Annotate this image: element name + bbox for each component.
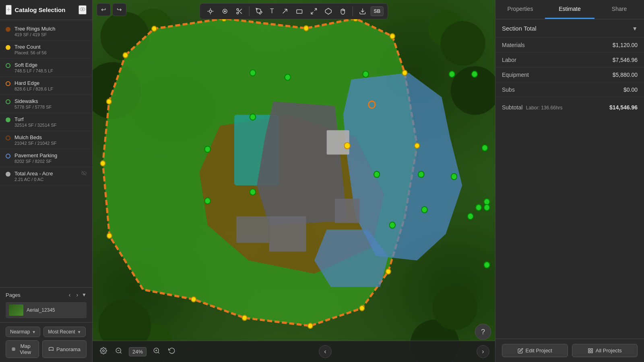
right-content: Section Total ▼ Materials $1,120.00 Labo…	[495, 19, 644, 179]
item-name: Tree Rings Mulch	[14, 26, 87, 32]
undo-button[interactable]: ↩	[97, 3, 111, 16]
catalog-item-tree-rings-mulch[interactable]: Tree Rings Mulch 419 SF / 419 SF	[0, 23, 92, 41]
catalog-item-soft-edge[interactable]: Soft Edge 748.5 LF / 748.5 LF	[0, 59, 92, 77]
svg-rect-72	[588, 348, 590, 350]
tool-text[interactable]: T	[267, 6, 277, 17]
svg-point-1	[82, 8, 83, 10]
redo-button[interactable]: ↪	[112, 3, 126, 16]
svg-marker-13	[325, 8, 331, 14]
map-reset[interactable]	[167, 346, 177, 358]
item-sub: 5778 SF / 5778 SF	[14, 105, 87, 109]
pages-header: Pages ‹ › ▼	[0, 288, 92, 302]
add-catalog-button[interactable]: +	[6, 5, 12, 15]
section-total-chevron: ▼	[632, 25, 638, 32]
pages-expand-button[interactable]: ▼	[82, 292, 87, 298]
item-info: Pavement Parking 8202 SF / 8202 SF	[14, 152, 87, 164]
catalog-item-turf[interactable]: Turf 32514 SF / 32514 SF	[0, 113, 92, 131]
item-visibility-icon[interactable]	[81, 171, 87, 177]
edit-icon	[518, 348, 523, 354]
map-zoom-in[interactable]	[151, 346, 162, 358]
subtotal-value: $14,546.96	[609, 104, 638, 111]
item-name: Turf	[14, 116, 87, 122]
sidebar-title: Catalog Selection	[15, 6, 66, 13]
most-recent-select[interactable]: Most Recent ▼	[43, 327, 85, 337]
item-color-ring	[6, 136, 10, 140]
page-thumbnail[interactable]: Aerial_12345	[6, 302, 87, 318]
pages-prev-button[interactable]: ‹	[67, 291, 73, 299]
item-color-ring	[6, 99, 10, 104]
tool-location[interactable]	[204, 6, 217, 17]
item-info: Soft Edge 748.5 LF / 748.5 LF	[14, 62, 87, 73]
item-info: Sidewalks 5778 SF / 5778 SF	[14, 98, 87, 109]
item-sub: Placed: 56 of 56	[14, 50, 87, 55]
catalog-item-pavement-parking[interactable]: Pavement Parking 8202 SF / 8202 SF	[0, 149, 92, 167]
tool-rect[interactable]	[293, 6, 306, 17]
tab-properties[interactable]: Properties	[495, 0, 545, 19]
catalog-item-sidewalks[interactable]: Sidewalks 5778 SF / 5778 SF	[0, 95, 92, 113]
item-sub: 21042 SF / 21042 SF	[14, 141, 87, 146]
sidebar-eye-button[interactable]	[78, 5, 87, 14]
estimate-label: Materials	[502, 42, 525, 48]
item-sub: 748.5 LF / 748.5 LF	[14, 68, 87, 73]
item-name: Mulch Beds	[14, 134, 87, 140]
all-projects-button[interactable]: All Projects	[572, 344, 638, 357]
tool-download[interactable]	[356, 6, 369, 17]
tool-hand[interactable]	[336, 6, 349, 17]
map-background	[93, 0, 495, 362]
catalog-item-total-area-acre[interactable]: Total Area - Acre 2.21 AC / 0 AC	[0, 167, 92, 185]
map-bottom-bar: 24% ‹ ›	[93, 341, 495, 362]
svg-rect-73	[591, 348, 592, 350]
svg-point-7	[237, 8, 239, 10]
page-thumb-img	[9, 304, 23, 316]
estimate-rows: Materials $1,120.00 Labor $7,546.96 Equi…	[495, 38, 644, 97]
item-color-ring	[6, 154, 10, 158]
item-sub: 8202 SF / 8202 SF	[14, 159, 87, 164]
pages-next-button[interactable]: ›	[74, 291, 80, 299]
tool-resize[interactable]	[308, 6, 320, 17]
item-color-dot	[6, 45, 10, 50]
map-tool-settings[interactable]	[98, 346, 109, 358]
estimate-row-subs: Subs $0.00	[495, 82, 644, 97]
catalog-items: Tree Rings Mulch 419 SF / 419 SF Tree Co…	[0, 20, 92, 287]
tool-paint[interactable]	[253, 6, 266, 17]
most-recent-label: Most Recent	[48, 329, 75, 335]
pages-section: Pages ‹ › ▼ Aerial_12345	[0, 287, 92, 322]
section-total-label: Section Total	[502, 25, 537, 32]
tool-arrow[interactable]	[279, 6, 291, 17]
section-total-header[interactable]: Section Total ▼	[495, 19, 644, 38]
item-name: Pavement Parking	[14, 152, 87, 158]
catalog-item-tree-count[interactable]: Tree Count Placed: 56 of 56	[0, 41, 92, 59]
help-button[interactable]: ?	[475, 324, 491, 340]
estimate-label: Equipment	[502, 72, 529, 78]
svg-point-8	[237, 12, 239, 14]
map-prev-page-button[interactable]: ‹	[319, 345, 332, 358]
nearmap-select[interactable]: Nearmap ▼	[6, 327, 40, 337]
edit-project-button[interactable]: Edit Project	[502, 344, 568, 357]
catalog-item-mulch-beds[interactable]: Mulch Beds 21042 SF / 21042 SF	[0, 131, 92, 149]
map[interactable]	[93, 0, 495, 362]
tool-sb[interactable]: SB	[371, 6, 384, 16]
page-thumb-label: Aerial_12345	[27, 307, 55, 313]
svg-line-66	[120, 352, 121, 353]
tab-estimate[interactable]: Estimate	[545, 0, 594, 19]
map-next-page-button[interactable]: ›	[477, 345, 489, 358]
tab-share[interactable]: Share	[594, 0, 644, 19]
estimate-value: $0.00	[623, 86, 638, 93]
estimate-row-labor: Labor $7,546.96	[495, 53, 644, 68]
zoom-level[interactable]: 24%	[129, 347, 147, 356]
all-projects-label: All Projects	[596, 348, 622, 354]
item-name: Soft Edge	[14, 62, 87, 68]
tool-polygon[interactable]	[322, 6, 335, 17]
tool-select-area[interactable]	[219, 6, 231, 17]
right-footer: Edit Project All Projects	[495, 339, 644, 362]
estimate-row-equipment: Equipment $5,880.00	[495, 68, 644, 82]
panorama-button[interactable]: Panorama	[42, 340, 87, 358]
tool-scissors[interactable]	[233, 6, 246, 17]
estimate-value: $7,546.96	[613, 57, 638, 63]
panorama-label: Panorama	[56, 346, 80, 352]
map-view-button[interactable]: Map View	[6, 340, 39, 358]
right-tabs: PropertiesEstimateShare	[495, 0, 644, 19]
map-zoom-out[interactable]	[114, 346, 124, 358]
item-sub: 2.21 AC / 0 AC	[14, 177, 79, 182]
catalog-item-hard-edge[interactable]: Hard Edge 828.6 LF / 828.6 LF	[0, 77, 92, 95]
